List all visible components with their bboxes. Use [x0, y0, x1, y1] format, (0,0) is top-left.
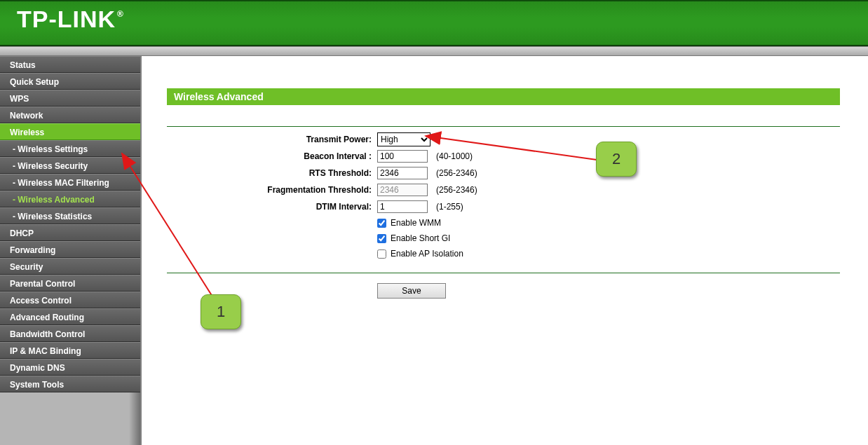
input-frag-threshold: [377, 184, 428, 196]
input-dtim-interval[interactable]: [377, 200, 428, 213]
sidebar-item-dhcp[interactable]: DHCP: [0, 224, 140, 241]
page-body: StatusQuick SetupWPSNetworkWireless- Wir…: [0, 56, 868, 445]
sidebar-item-wireless-settings[interactable]: - Wireless Settings: [0, 140, 140, 157]
checkbox-enable-short-gi[interactable]: [377, 234, 386, 243]
sidebar-item-wps[interactable]: WPS: [0, 90, 140, 107]
sidebar-item-parental-control[interactable]: Parental Control: [0, 275, 140, 292]
sidebar-item-quick-setup[interactable]: Quick Setup: [0, 73, 140, 90]
label-beacon-interval: Beacon Interval :: [167, 151, 377, 161]
row-enable-short-gi: Enable Short GI: [377, 231, 854, 246]
divider-top: [167, 126, 840, 127]
row-transmit-power: Transmit Power: HighMediumLow: [167, 131, 854, 148]
header-top-bar: TP-LINK®: [0, 0, 868, 46]
sidebar-item-access-control[interactable]: Access Control: [0, 292, 140, 308]
sidebar-item-forwarding[interactable]: Forwarding: [0, 241, 140, 258]
sidebar-item-network[interactable]: Network: [0, 107, 140, 123]
app-header: TP-LINK®: [0, 0, 868, 56]
input-rts-threshold[interactable]: [377, 167, 428, 179]
divider-bottom: [167, 273, 840, 273]
main-content: Wireless Advanced Transmit Power: HighMe…: [142, 56, 868, 445]
row-beacon-interval: Beacon Interval : (40-1000): [167, 148, 854, 165]
label-dtim-interval: DTIM Interval:: [167, 202, 377, 212]
sidebar-item-wireless-advanced[interactable]: - Wireless Advanced: [0, 191, 140, 207]
row-enable-wmm: Enable WMM: [377, 215, 854, 231]
range-rts-threshold: (256-2346): [436, 168, 477, 178]
label-transmit-power: Transmit Power:: [167, 135, 377, 144]
row-save: Save: [377, 283, 854, 299]
row-dtim-interval: DTIM Interval: (1-255): [167, 198, 854, 215]
label-frag-threshold: Fragmentation Threshold:: [167, 185, 377, 195]
label-rts-threshold: RTS Threshold:: [167, 168, 377, 178]
checkbox-enable-ap-isolation[interactable]: [377, 249, 386, 259]
range-dtim-interval: (1-255): [436, 202, 463, 212]
range-beacon-interval: (40-1000): [436, 151, 473, 161]
select-transmit-power[interactable]: HighMediumLow: [377, 132, 430, 146]
label-enable-wmm: Enable WMM: [391, 218, 441, 228]
brand-logo: TP-LINK®: [17, 7, 123, 31]
row-frag-threshold: Fragmentation Threshold: (256-2346): [167, 182, 854, 198]
checkbox-enable-wmm[interactable]: [377, 219, 386, 228]
sidebar: StatusQuick SetupWPSNetworkWireless- Wir…: [0, 56, 140, 445]
row-rts-threshold: RTS Threshold: (256-2346): [167, 165, 854, 182]
input-beacon-interval[interactable]: [377, 150, 428, 163]
nav-list: StatusQuick SetupWPSNetworkWireless- Wir…: [0, 56, 140, 392]
sidebar-item-security[interactable]: Security: [0, 258, 140, 275]
range-frag-threshold: (256-2346): [436, 185, 477, 195]
sidebar-item-system-tools[interactable]: System Tools: [0, 376, 140, 392]
sidebar-item-bandwidth-control[interactable]: Bandwidth Control: [0, 325, 140, 342]
sidebar-item-dynamic-dns[interactable]: Dynamic DNS: [0, 359, 140, 376]
row-enable-ap-isolation: Enable AP Isolation: [377, 246, 854, 261]
label-enable-ap-isolation: Enable AP Isolation: [391, 249, 463, 259]
sidebar-item-status[interactable]: Status: [0, 56, 140, 73]
brand-name: TP-LINK: [17, 7, 116, 31]
sidebar-item-wireless-statistics[interactable]: - Wireless Statistics: [0, 207, 140, 224]
page-title: Wireless Advanced: [167, 88, 840, 105]
header-shadow: [0, 46, 868, 56]
save-button[interactable]: Save: [377, 283, 446, 299]
brand-registered: ®: [117, 10, 124, 18]
sidebar-item-advanced-routing[interactable]: Advanced Routing: [0, 308, 140, 325]
sidebar-item-wireless-security[interactable]: - Wireless Security: [0, 157, 140, 174]
sidebar-item-wireless-mac-filtering[interactable]: - Wireless MAC Filtering: [0, 174, 140, 191]
sidebar-item-ip-mac-binding[interactable]: IP & MAC Binding: [0, 342, 140, 359]
label-enable-short-gi: Enable Short GI: [391, 233, 450, 243]
sidebar-item-wireless[interactable]: Wireless: [0, 123, 140, 140]
